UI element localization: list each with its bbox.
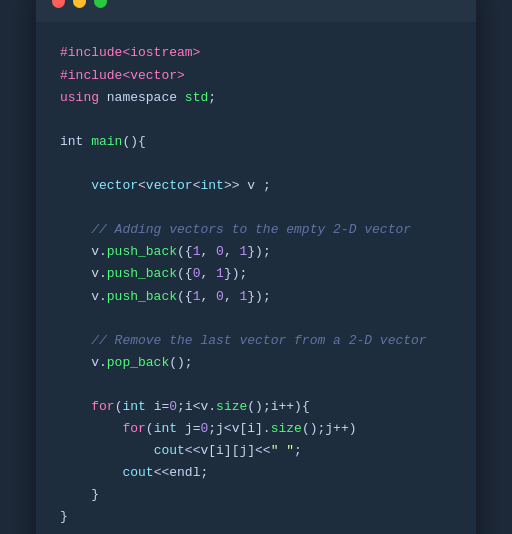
code-line-20: cout<<endl; [60,462,452,484]
code-line-13 [60,308,452,330]
code-editor: #include<iostream> #include<vector> usin… [36,22,476,534]
code-line-3: using namespace std; [60,87,452,109]
code-line-15: v.pop_back(); [60,352,452,374]
code-line-21: } [60,484,452,506]
code-line-12: v.push_back({1, 0, 1}); [60,286,452,308]
code-line-19: cout<<v[i][j]<<" "; [60,440,452,462]
code-line-8 [60,197,452,219]
code-line-6 [60,153,452,175]
code-line-14: // Remove the last vector from a 2-D vec… [60,330,452,352]
code-line-17: for(int i=0;i<v.size();i++){ [60,396,452,418]
code-line-7: vector<vector<int>> v ; [60,175,452,197]
code-line-4 [60,109,452,131]
code-line-9: // Adding vectors to the empty 2-D vecto… [60,219,452,241]
close-button[interactable] [52,0,65,8]
code-line-10: v.push_back({1, 0, 1}); [60,241,452,263]
code-line-22: } [60,506,452,528]
code-line-5: int main(){ [60,131,452,153]
code-line-16 [60,374,452,396]
code-window: #include<iostream> #include<vector> usin… [36,0,476,534]
maximize-button[interactable] [94,0,107,8]
code-line-18: for(int j=0;j<v[i].size();j++) [60,418,452,440]
code-line-2: #include<vector> [60,65,452,87]
titlebar [36,0,476,22]
minimize-button[interactable] [73,0,86,8]
code-line-11: v.push_back({0, 1}); [60,263,452,285]
code-line-1: #include<iostream> [60,42,452,64]
